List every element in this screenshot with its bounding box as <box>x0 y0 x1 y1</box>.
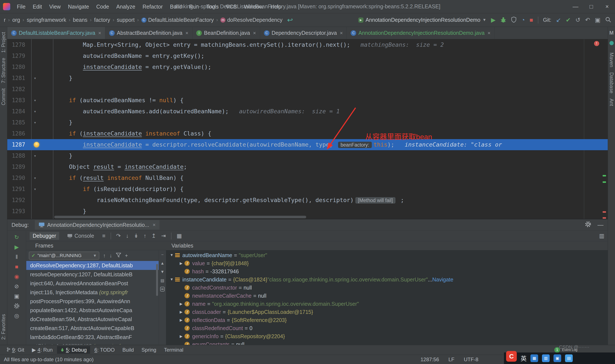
stack-frame[interactable]: inject:116, InjectionMetadata (org.sprin… <box>26 288 159 297</box>
restore-layout-icon[interactable]: ▥ <box>599 233 604 239</box>
gear-icon[interactable] <box>585 221 591 229</box>
line-ending[interactable]: LF <box>448 357 455 363</box>
editor-tab-annotationdependencyinjectionresolutiondemo-java[interactable]: CAnnotationDependencyInjectionResolution… <box>347 27 495 39</box>
git-shelf-icon[interactable]: ▣ <box>595 17 601 23</box>
stack-frame[interactable]: getObject:-1, 1827725498 (org.springfra <box>26 342 159 345</box>
maximize-button[interactable]: □ <box>583 0 599 13</box>
breadcrumb-item-defaultlistablebeanfactory[interactable]: CDefaultListableBeanFactory <box>141 17 214 23</box>
run-configuration-select[interactable]: ▶ AnnotationDependencyInjectionResolutio… <box>358 17 486 23</box>
close-icon[interactable]: × <box>185 30 188 36</box>
view-breakpoints-icon[interactable]: ◉ <box>7 272 26 281</box>
code-line-1286[interactable]: 1286 if (instanceCandidate instanceof Cl… <box>7 128 608 139</box>
code-line-1279[interactable]: 1279 autowiredBeanName = entry.getKey(); <box>7 50 608 62</box>
menu-refactor[interactable]: Refactor <box>139 0 166 13</box>
stack-frame[interactable]: populateBean:1422, AbstractAutowireCapa <box>26 306 159 315</box>
prev-frame-icon[interactable]: ↑ <box>103 253 106 259</box>
variable-row-name[interactable]: ▶fname="org.xiaoge.thinking.in.spring.io… <box>166 300 608 308</box>
menu-file[interactable]: File <box>13 0 29 13</box>
toolwindow-button-spring[interactable]: Spring <box>138 346 160 354</box>
stack-frame[interactable]: inject:640, AutowiredAnnotationBeanPost <box>26 279 159 288</box>
coverage-button[interactable] <box>511 17 517 24</box>
step-out-icon[interactable]: ↑ <box>144 233 146 239</box>
code-line-1281[interactable]: 1281▾ } <box>7 73 608 84</box>
editor-tab-abstractbeandefinition-java[interactable]: CAbstractBeanDefinition.java× <box>105 27 192 39</box>
menu-navigate[interactable]: Navigate <box>64 0 93 13</box>
menu-edit[interactable]: Edit <box>29 0 45 13</box>
variable-row-genericInfo[interactable]: ▶fgenericInfo={ClassRepository@2204} <box>166 332 608 340</box>
variable-row-autowiredBeanName[interactable]: ▼autowiredBeanName="superUser" <box>166 251 608 259</box>
search-everywhere-icon[interactable] <box>605 17 611 24</box>
stack-frame[interactable]: lambda$doGetBean$0:323, AbstractBeanF <box>26 333 159 342</box>
expander-icon[interactable]: ▶ <box>178 310 185 314</box>
stack-frame[interactable]: doCreateBean:594, AbstractAutowireCapal <box>26 315 159 324</box>
expander-icon[interactable]: ▶ <box>178 302 185 306</box>
debug-button[interactable] <box>500 17 506 24</box>
code-line-1292[interactable]: 1292 raiseNoMatchingBeanFound(type, desc… <box>7 195 608 206</box>
run-to-cursor-icon[interactable]: ⇥ <box>161 233 166 239</box>
caret-position[interactable]: 1287:56 <box>420 357 439 363</box>
thread-selector[interactable]: ✓ "main"@...RUNNING ▼ <box>29 252 99 260</box>
horizontal-scrollbar[interactable] <box>54 216 306 218</box>
toolwindow-button-6-todo[interactable]: 6: TODO <box>91 346 118 354</box>
close-icon[interactable]: × <box>153 222 156 228</box>
stop-icon[interactable]: ■ <box>7 262 26 272</box>
scroll-down-icon[interactable]: ▼ <box>160 270 164 274</box>
variable-row-hash[interactable]: fhash=-332817946 <box>166 267 608 275</box>
frames-scrollbar[interactable] <box>156 264 158 296</box>
close-icon[interactable]: × <box>340 30 343 36</box>
variable-row-classRedefinedCount[interactable]: fclassRedefinedCount=0 <box>166 324 608 332</box>
code-line-1280[interactable]: 1280 instanceCandidate = entry.getValue(… <box>7 62 608 73</box>
sidebar-item-2-favorites[interactable]: 2: Favorites <box>1 314 6 340</box>
menu-code[interactable]: Code <box>93 0 113 13</box>
expander-icon[interactable]: ▼ <box>168 277 175 282</box>
settings-gear-icon[interactable] <box>7 301 26 311</box>
step-into-icon[interactable]: ↓ <box>126 233 129 239</box>
toolwindow-button-4-run[interactable]: ▶4: Run <box>28 346 56 354</box>
code-line-1283[interactable]: 1283▾ if (autowiredBeanNames != null) { <box>7 95 608 106</box>
code-line-1278[interactable]: 1278 Map.Entry<String, Object> entry = m… <box>7 39 608 50</box>
sidebar-item-7-structure[interactable]: 7: Structure <box>1 58 6 83</box>
close-icon[interactable]: × <box>488 30 491 36</box>
copy-stack-icon[interactable]: ▤ <box>160 278 164 283</box>
pause-icon[interactable]: ‖ <box>7 252 26 262</box>
intention-bulb-icon[interactable] <box>34 142 39 147</box>
breadcrumb-item-doresolvedependency[interactable]: mdoResolveDependency <box>220 17 282 23</box>
code-line-1284[interactable]: 1284▾ autowiredBeanNames.add(autowiredBe… <box>7 106 608 117</box>
stack-frame[interactable]: doResolveDependency:1287, DefaultListab <box>26 261 159 270</box>
debug-session-tab[interactable]: AnnotationDependencyInjectionResolutio..… <box>35 220 160 230</box>
code-line-1282[interactable]: 1282 <box>7 84 608 95</box>
breadcrumb-item-springframework[interactable]: springframework <box>27 17 66 23</box>
step-over-icon[interactable]: ↷ <box>116 233 121 239</box>
expander-icon[interactable]: ▼ <box>168 253 175 257</box>
toolwindow-button-9-git[interactable]: 9: Git <box>3 346 27 354</box>
expander-icon[interactable]: ▶ <box>178 334 185 338</box>
git-history-icon[interactable]: ↺ <box>575 17 580 23</box>
variable-row-classLoader[interactable]: ▶fclassLoader={Launcher$AppClassLoader@1… <box>166 308 608 316</box>
pin-icon[interactable]: ◎ <box>7 311 26 321</box>
variable-row-reflectionData[interactable]: ▶freflectionData={SoftReference@2203} <box>166 316 608 324</box>
code-line-1287[interactable]: 1287 instanceCandidate = descriptor.reso… <box>7 139 608 150</box>
hide-icon[interactable]: — <box>598 221 603 228</box>
rerun-icon[interactable]: ↻ <box>7 232 26 242</box>
breadcrumb-item-org[interactable]: org <box>12 17 20 23</box>
stack-frame[interactable]: resolveDependency:1207, DefaultListableB <box>26 270 159 279</box>
variable-row-cachedConstructor[interactable]: fcachedConstructor=null <box>166 284 608 292</box>
encoding[interactable]: UTF-8 <box>464 357 478 363</box>
thread-dump-icon[interactable]: ▣ <box>7 291 26 301</box>
drop-frame-icon[interactable]: ↥ <box>151 233 156 239</box>
scroll-up-icon[interactable]: ▲ <box>160 261 164 266</box>
close-icon[interactable]: × <box>98 30 101 36</box>
code-line-1291[interactable]: 1291▾ if (isRequired(descriptor)) { <box>7 183 608 195</box>
code-line-1285[interactable]: 1285▾ } <box>7 117 608 128</box>
add-icon[interactable]: + <box>125 253 128 259</box>
sidebar-item-database[interactable]: Database <box>609 72 614 93</box>
close-icon[interactable]: × <box>253 30 256 36</box>
expander-icon[interactable]: ▶ <box>178 318 185 322</box>
code-line-1290[interactable]: 1290▾ if (result instanceof NullBean) { <box>7 172 608 183</box>
profiler-button[interactable]: ◔ <box>521 17 525 23</box>
expander-icon[interactable]: ▶ <box>178 261 185 266</box>
sidebar-item-commit[interactable]: Commit <box>1 88 6 105</box>
evaluate-expression-icon[interactable]: ▦ <box>177 233 182 239</box>
resume-icon[interactable]: ▶ <box>7 242 26 252</box>
force-step-into-icon[interactable]: ↡ <box>134 233 139 239</box>
